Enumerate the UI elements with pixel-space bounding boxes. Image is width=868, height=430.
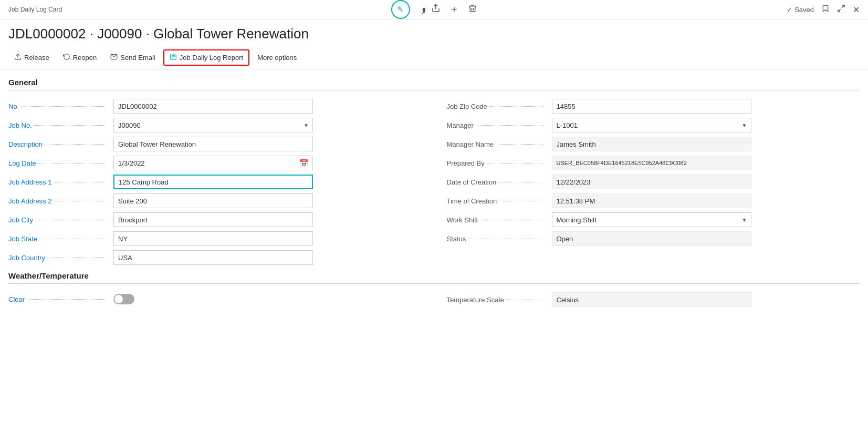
field-job-state: Job State <box>8 229 434 248</box>
more-options-button[interactable]: More options <box>252 50 302 65</box>
value-manager: L-1001 ▼ <box>552 118 860 132</box>
weather-section-title: Weather/Temperature <box>8 271 860 284</box>
value-no <box>113 99 434 114</box>
field-manager: Manager L-1001 ▼ <box>447 116 860 135</box>
label-time-creation: Time of Creation <box>447 197 552 205</box>
label-job-state: Job State <box>8 235 113 243</box>
value-job-zip <box>552 99 860 114</box>
toggle-knob <box>114 295 123 303</box>
field-temperature-scale: Temperature Scale <box>447 290 860 309</box>
value-job-no: J00090 ▼ <box>113 118 434 132</box>
value-job-country <box>113 250 434 265</box>
value-job-city <box>113 212 434 227</box>
value-status <box>552 231 860 246</box>
field-job-city: Job City <box>8 210 434 229</box>
input-temperature-scale <box>552 292 751 307</box>
general-right-col: Job Zip Code Manager L-1001 ▼ Man <box>434 97 860 267</box>
bookmark-icon[interactable] <box>821 4 830 15</box>
date-input-log-date[interactable] <box>114 157 295 169</box>
field-status: Status <box>447 229 860 248</box>
calendar-icon[interactable]: 📅 <box>295 159 312 167</box>
weather-form-grid: Clear Temperature Scale <box>8 290 860 309</box>
delete-icon[interactable] <box>468 4 477 15</box>
select-work-shift[interactable]: Morning Shift <box>552 212 751 227</box>
value-manager-name <box>552 137 860 151</box>
field-job-address2: Job Address 2 <box>8 191 434 210</box>
weather-section: Weather/Temperature Clear Temperature Sc… <box>0 271 868 318</box>
value-job-state <box>113 231 434 246</box>
field-no: No. <box>8 97 434 116</box>
field-description: Description <box>8 135 434 153</box>
field-manager-name: Manager Name <box>447 135 860 153</box>
input-job-zip[interactable] <box>552 99 751 114</box>
share-icon[interactable]: ⮭ <box>420 4 440 15</box>
saved-status: ✓ Saved <box>787 6 814 14</box>
select-manager[interactable]: L-1001 <box>552 118 751 132</box>
input-job-country[interactable] <box>113 250 313 265</box>
label-prepared-by: Prepared By <box>447 159 552 167</box>
top-bar: Job Daily Log Card ✎ ⮭ + ✓ Saved ✕ <box>0 0 868 19</box>
clear-toggle[interactable] <box>113 294 134 304</box>
close-icon[interactable]: ✕ <box>853 5 860 15</box>
label-job-city: Job City <box>8 216 113 224</box>
input-job-city[interactable] <box>113 212 313 227</box>
label-job-country: Job Country <box>8 254 113 262</box>
top-bar-right: ✓ Saved ✕ <box>787 4 860 15</box>
send-email-button[interactable]: Send Email <box>104 50 161 65</box>
general-left-col: No. Job No. J00090 ▼ Description <box>8 97 434 267</box>
input-manager-name <box>552 137 751 151</box>
label-status: Status <box>447 235 552 243</box>
label-job-zip: Job Zip Code <box>447 103 552 110</box>
add-icon[interactable]: + <box>451 4 457 16</box>
card-label: Job Daily Log Card <box>8 6 62 13</box>
field-date-creation: Date of Creation <box>447 172 860 191</box>
release-icon <box>14 53 22 62</box>
input-job-state[interactable] <box>113 231 313 246</box>
label-clear: Clear <box>8 295 113 303</box>
edit-button[interactable]: ✎ <box>391 0 410 19</box>
top-bar-center-actions: ✎ ⮭ + <box>391 0 477 19</box>
label-job-address1: Job Address 1 <box>8 178 113 186</box>
field-job-zip: Job Zip Code <box>447 97 860 116</box>
value-time-creation <box>552 193 860 208</box>
reopen-button[interactable]: Reopen <box>57 50 103 65</box>
expand-icon[interactable] <box>837 4 845 15</box>
action-bar: Release Reopen Send Email Job Daily Log … <box>0 46 868 69</box>
weather-right-col: Temperature Scale <box>434 290 860 309</box>
job-daily-log-report-button[interactable]: Job Daily Log Report <box>163 49 249 66</box>
label-no: No. <box>8 103 113 110</box>
release-button[interactable]: Release <box>8 50 55 65</box>
input-time-creation <box>552 193 751 208</box>
reopen-icon <box>63 53 70 62</box>
input-status <box>552 231 751 246</box>
field-time-creation: Time of Creation <box>447 191 860 210</box>
label-manager-name: Manager Name <box>447 140 552 148</box>
svg-line-2 <box>838 9 841 12</box>
general-section-title: General <box>8 78 860 90</box>
report-icon <box>170 53 177 62</box>
field-prepared-by: Prepared By <box>447 153 860 172</box>
label-log-date: Log Date <box>8 159 113 167</box>
label-job-address2: Job Address 2 <box>8 197 113 205</box>
value-job-address1 <box>113 175 434 189</box>
field-job-address1: Job Address 1 <box>8 172 434 191</box>
general-form-grid: No. Job No. J00090 ▼ Description <box>8 97 860 267</box>
input-job-address2[interactable] <box>113 193 313 208</box>
value-description <box>113 137 434 151</box>
svg-line-1 <box>842 5 844 8</box>
label-date-creation: Date of Creation <box>447 178 552 186</box>
page-title: JDL0000002 · J00090 · Global Tower Renew… <box>0 19 868 46</box>
input-prepared-by <box>552 156 751 170</box>
input-job-address1[interactable] <box>113 175 313 189</box>
field-job-country: Job Country <box>8 248 434 267</box>
select-job-no[interactable]: J00090 <box>113 118 313 132</box>
input-date-creation <box>552 175 751 189</box>
value-work-shift: Morning Shift ▼ <box>552 212 860 227</box>
label-job-no: Job No. <box>8 121 113 129</box>
label-manager: Manager <box>447 121 552 129</box>
value-prepared-by <box>552 156 860 170</box>
input-description[interactable] <box>113 137 313 151</box>
field-clear: Clear <box>8 290 434 308</box>
value-job-address2 <box>113 193 434 208</box>
input-no[interactable] <box>113 99 313 114</box>
